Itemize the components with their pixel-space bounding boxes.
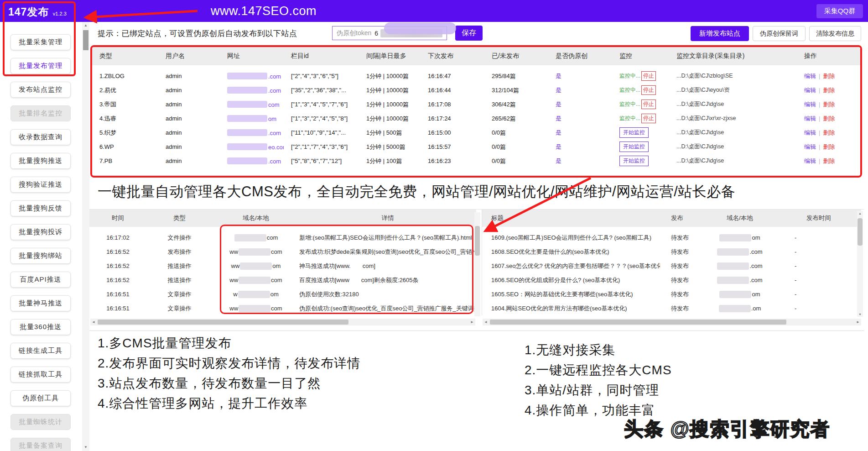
scrollbar-thumb[interactable] xyxy=(490,320,786,325)
scrollbar-thumb[interactable] xyxy=(475,226,480,256)
sidebar-item[interactable]: 收录数据查询 xyxy=(10,129,71,145)
delete-link[interactable]: 删除 xyxy=(823,101,835,108)
cell-actions: 编辑|删除 xyxy=(797,86,861,94)
cell-interval: 1分钟 | 10000篇 xyxy=(359,72,421,80)
sidebar-item[interactable]: 批量搜狗反馈 xyxy=(10,200,71,216)
start-monitor-button[interactable]: 开始监控 xyxy=(619,142,649,152)
edit-link[interactable]: 编辑 xyxy=(804,87,816,94)
site-row: 7.PB admin .com ["5","8","6","7","12"] 1… xyxy=(92,154,860,168)
sidebar-item[interactable]: 批量360推送 xyxy=(10,319,71,335)
url-suffix: .com xyxy=(268,87,281,94)
separator: | xyxy=(819,115,820,122)
site-row: 3.帝国 admin com ["1","3","4","5","7","6"]… xyxy=(92,97,860,111)
edit-link[interactable]: 编辑 xyxy=(804,101,816,108)
sidebar-item[interactable]: 链接生成工具 xyxy=(10,343,71,359)
pending-horizontal-scrollbar[interactable]: ◄ ► xyxy=(483,319,861,325)
column-header: 栏目id xyxy=(284,52,359,60)
edit-link[interactable]: 编辑 xyxy=(804,73,816,79)
cell-published-count: 0/0篇 xyxy=(484,143,548,151)
stop-monitor-button[interactable]: 停止 xyxy=(641,85,656,95)
cell-publish-time: - xyxy=(776,291,861,298)
sidebar-item[interactable]: 发布站点监控 xyxy=(10,82,71,98)
sidebar-item[interactable]: 批量备案查询 xyxy=(10,438,71,451)
cell-domain: .om xyxy=(703,305,776,312)
domain-prefix: ww xyxy=(229,248,238,255)
scroll-down-icon[interactable]: ▼ xyxy=(857,313,863,316)
add-publish-site-button[interactable]: 新增发布站点 xyxy=(691,26,749,41)
delete-link[interactable]: 删除 xyxy=(823,129,835,136)
scroll-left-icon[interactable]: ◄ xyxy=(90,319,97,325)
sidebar-item[interactable]: 批量搜狗投诉 xyxy=(10,224,71,240)
cell-title: 1606.SEO的优化组成部分是什么? (seo基本优化) xyxy=(482,276,660,284)
cell-time: 16:17:02 xyxy=(89,234,146,241)
cell-actions: 编辑|删除 xyxy=(797,143,861,151)
cell-publish-time: - xyxy=(776,305,861,312)
scroll-up-icon[interactable]: ▲ xyxy=(82,22,89,29)
edit-link[interactable]: 编辑 xyxy=(804,115,816,122)
edit-link[interactable]: 编辑 xyxy=(804,157,816,164)
cell-actions: 编辑|删除 xyxy=(797,129,861,137)
cell-time: 16:16:52 xyxy=(89,277,146,283)
sidebar-item[interactable]: 百度API推送 xyxy=(10,272,71,288)
url-suffix: .com xyxy=(268,158,281,165)
cell-time: 16:16:51 xyxy=(89,291,146,298)
sidebar-item[interactable]: 批量蜘蛛统计 xyxy=(10,414,71,430)
cell-site-url: .com xyxy=(220,129,284,136)
column-header: 类型 xyxy=(92,52,158,60)
stop-monitor-button[interactable]: 停止 xyxy=(641,114,656,123)
sidebar-item[interactable]: 批量发布管理 xyxy=(10,58,71,74)
start-monitor-button[interactable]: 开始监控 xyxy=(619,127,649,138)
cell-type: 2.易优 xyxy=(92,86,158,94)
cell-detail: 伪原创使用次数:32180 xyxy=(299,290,476,299)
cell-monitor: 监控中...停止 xyxy=(612,71,669,81)
delete-link[interactable]: 删除 xyxy=(823,115,835,122)
main-vertical-scrollbar[interactable]: ▲ ▼ xyxy=(82,22,89,451)
cell-title: 1609.(seo黑帽工具)SEO会运用到些什么工具? (seo黑帽工具) xyxy=(482,234,660,242)
sidebar-item[interactable]: 批量采集管理 xyxy=(10,34,71,50)
column-header: 时间 xyxy=(89,214,146,222)
reserved-words-button[interactable]: 伪原创保留词 xyxy=(753,26,806,41)
sidebar-item[interactable]: 批量搜狗推送 xyxy=(10,153,71,169)
sidebar-item[interactable]: 批量排名监控 xyxy=(10,105,71,121)
scrollbar-thumb[interactable] xyxy=(83,30,88,50)
stop-monitor-button[interactable]: 停止 xyxy=(641,100,656,109)
scroll-down-icon[interactable]: ▼ xyxy=(82,444,89,451)
sidebar-item[interactable]: 链接抓取工具 xyxy=(10,367,71,383)
column-header: 域名/本地 xyxy=(703,214,776,222)
cell-monitor-directory: ...D:\桌面\CJ\eyou\资 xyxy=(669,86,797,94)
cell-column-ids: ["35","2","36","38","... xyxy=(284,87,359,94)
start-monitor-button[interactable]: 开始监控 xyxy=(619,156,649,166)
scrollbar-thumb[interactable] xyxy=(98,320,348,325)
log-vertical-scrollbar[interactable] xyxy=(474,212,480,316)
cell-domain: .com xyxy=(703,248,776,256)
scroll-left-icon[interactable]: ◄ xyxy=(483,319,489,325)
cell-detail: 百度推送成功[www com]剩余额度:2605条 xyxy=(299,276,476,284)
save-button[interactable]: 保存 xyxy=(455,26,483,41)
url-suffix: .com xyxy=(268,73,281,80)
column-header: 详情 xyxy=(299,214,476,222)
scroll-right-icon[interactable]: ► xyxy=(855,319,861,325)
scroll-up-icon[interactable]: ▲ xyxy=(857,212,863,215)
sidebar-item[interactable]: 批量搜狗绑站 xyxy=(10,248,71,264)
clear-publish-info-button[interactable]: 清除发布信息 xyxy=(809,26,861,41)
cell-next-publish: 16:15:00 xyxy=(421,129,484,136)
pending-vertical-scrollbar[interactable]: ▲ ▼ xyxy=(857,211,863,317)
delete-link[interactable]: 删除 xyxy=(823,87,835,94)
sidebar-item[interactable]: 批量神马推送 xyxy=(10,295,71,311)
log-horizontal-scrollbar[interactable]: ◄ ► xyxy=(90,319,475,325)
sidebar-item[interactable]: 搜狗验证推送 xyxy=(10,177,71,193)
column-header: 域名/本地 xyxy=(213,214,299,222)
delete-link[interactable]: 删除 xyxy=(823,143,835,150)
delete-link[interactable]: 删除 xyxy=(823,157,835,164)
scrollbar-thumb[interactable] xyxy=(858,218,863,246)
delete-link[interactable]: 删除 xyxy=(823,73,835,79)
edit-link[interactable]: 编辑 xyxy=(804,129,816,136)
sidebar-item[interactable]: 伪原创工具 xyxy=(10,390,71,406)
qq-group-button[interactable]: 采集QQ群 xyxy=(816,4,863,18)
token-value: 6 xyxy=(374,30,378,37)
feature-list-left: 1.多CMS批量管理发布2.发布界面可实时观察发布详情，待发布详情3.站点发布数… xyxy=(98,333,360,414)
stop-monitor-button[interactable]: 停止 xyxy=(641,71,656,81)
redaction-blur xyxy=(719,291,751,298)
edit-link[interactable]: 编辑 xyxy=(804,143,816,150)
scroll-right-icon[interactable]: ► xyxy=(469,319,475,325)
